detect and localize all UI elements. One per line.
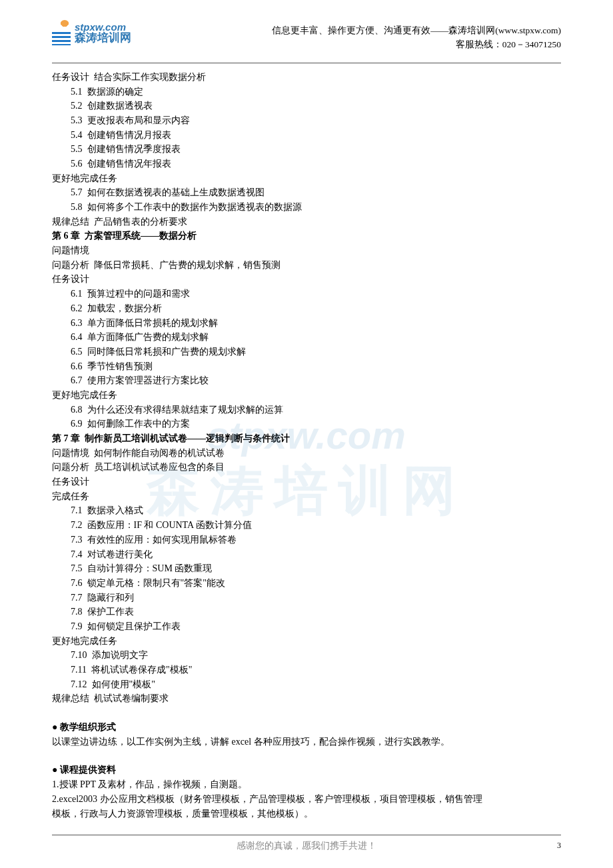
body-line: 第 6 章 方案管理系统——数据分析 — [52, 229, 561, 243]
document-body: 任务设计 结合实际工作实现数据分析5.1 数据源的确定5.2 创建数据透视表5.… — [52, 70, 561, 821]
body-line: 5.6 创建销售情况年报表 — [52, 157, 561, 171]
header-divider — [52, 63, 561, 63]
page-number: 3 — [557, 839, 561, 852]
body-line: 7.6 锁定单元格：限制只有"答案"能改 — [52, 576, 561, 591]
body-line: 任务设计 — [52, 272, 561, 287]
body-line — [52, 749, 561, 763]
body-line: 以课堂边讲边练，以工作实例为主线，讲解 excel 各种应用技巧，配合操作视频，… — [52, 735, 561, 749]
body-line: 规律总结 产品销售表的分析要求 — [52, 215, 561, 229]
body-line: 规律总结 机试试卷编制要求 — [52, 691, 561, 706]
logo-mark-icon — [52, 20, 71, 45]
body-line: 更好地完成任务 — [52, 388, 561, 403]
logo-url: stpxw.com — [75, 22, 131, 32]
body-line: 6.6 季节性销售预测 — [52, 359, 561, 374]
body-line: 完成任务 — [52, 489, 561, 504]
hotline: 客服热线：020－34071250 — [272, 38, 561, 52]
body-line: 7.12 如何使用"模板" — [52, 677, 561, 692]
body-line: 5.1 数据源的确定 — [52, 85, 561, 99]
body-line: 7.2 函数应用：IF 和 COUNTA 函数计算分值 — [52, 518, 561, 533]
logo-text: stpxw.com 森涛培训网 — [75, 22, 131, 43]
body-line: 2.excel2003 办公应用文档模板（财务管理模板，产品管理模板，客户管理模… — [52, 792, 561, 807]
body-line: 5.5 创建销售情况季度报表 — [52, 142, 561, 157]
body-line: 问题分析 降低日常损耗、广告费的规划求解，销售预测 — [52, 258, 561, 273]
body-line: 问题分析 员工培训机试试卷应包含的条目 — [52, 460, 561, 475]
body-line: 6.5 同时降低日常耗损和广告费的规划求解 — [52, 345, 561, 359]
body-line: ● 教学组织形式 — [52, 720, 561, 735]
logo: stpxw.com 森涛培训网 — [52, 20, 131, 45]
body-line: 更好地完成任务 — [52, 634, 561, 649]
page-header: stpxw.com 森涛培训网 信息更丰富、操作更方便、沟通更有效——森涛培训网… — [52, 20, 561, 52]
body-line: 5.4 创建销售情况月报表 — [52, 128, 561, 143]
body-line: 问题情境 — [52, 243, 561, 258]
body-line: 5.3 更改报表布局和显示内容 — [52, 113, 561, 128]
body-line: 第 7 章 制作新员工培训机试试卷——逻辑判断与条件统计 — [52, 431, 561, 446]
body-line: 模板，行政与人力资源管理模板，质量管理模板，其他模板）。 — [52, 807, 561, 821]
logo-cn: 森涛培训网 — [75, 32, 131, 43]
body-line: 7.3 有效性的应用：如何实现用鼠标答卷 — [52, 533, 561, 547]
body-line: 6.4 单方面降低广告费的规划求解 — [52, 330, 561, 345]
page-footer: 感谢您的真诚，愿我们携手共进！ 3 — [52, 835, 561, 853]
body-line: 7.4 对试卷进行美化 — [52, 547, 561, 562]
footer-divider — [52, 835, 561, 835]
body-line: 6.8 为什么还没有求得结果就结束了规划求解的运算 — [52, 403, 561, 417]
body-line: 任务设计 结合实际工作实现数据分析 — [52, 70, 561, 85]
body-line: 7.10 添加说明文字 — [52, 648, 561, 663]
body-line: 7.7 隐藏行和列 — [52, 591, 561, 605]
body-line: 6.1 预算过程中的问题和需求 — [52, 287, 561, 301]
tagline: 信息更丰富、操作更方便、沟通更有效——森涛培训网(www.stpxw.com) — [272, 24, 561, 38]
body-line: 问题情境 如何制作能自动阅卷的机试试卷 — [52, 446, 561, 461]
body-line: 任务设计 — [52, 475, 561, 489]
footer-text: 感谢您的真诚，愿我们携手共进！ 3 — [52, 839, 561, 853]
body-line: 5.8 如何将多个工作表中的数据作为数据透视表的数据源 — [52, 200, 561, 215]
body-line: 7.1 数据录入格式 — [52, 503, 561, 518]
body-line: 1.授课 PPT 及素材，作品，操作视频，自测题。 — [52, 777, 561, 792]
body-line: 更好地完成任务 — [52, 171, 561, 186]
body-line: 7.9 如何锁定且保护工作表 — [52, 619, 561, 634]
header-right: 信息更丰富、操作更方便、沟通更有效——森涛培训网(www.stpxw.com) … — [272, 20, 561, 52]
body-line: 7.11 将机试试卷保存成"模板" — [52, 663, 561, 677]
footer-slogan: 感谢您的真诚，愿我们携手共进！ — [237, 841, 376, 851]
body-line: 7.5 自动计算得分：SUM 函数重现 — [52, 561, 561, 576]
body-line: 6.9 如何删除工作表中的方案 — [52, 417, 561, 431]
body-line: 6.3 单方面降低日常损耗的规划求解 — [52, 316, 561, 331]
body-line: 6.2 加载宏，数据分析 — [52, 301, 561, 316]
body-line: 5.2 创建数据透视表 — [52, 99, 561, 113]
body-line — [52, 706, 561, 720]
body-line: 6.7 使用方案管理器进行方案比较 — [52, 373, 561, 388]
body-line: ● 课程提供资料 — [52, 763, 561, 777]
body-line: 5.7 如何在数据透视表的基础上生成数据透视图 — [52, 185, 561, 200]
body-line: 7.8 保护工作表 — [52, 605, 561, 619]
